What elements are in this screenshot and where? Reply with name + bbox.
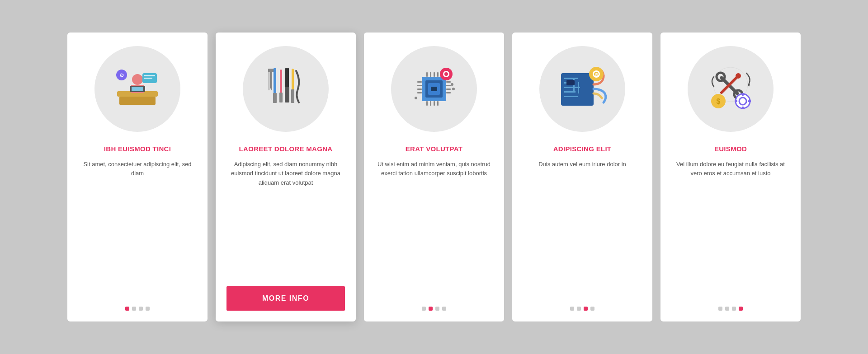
svg-rect-40 (437, 72, 439, 77)
svg-rect-28 (431, 87, 437, 91)
svg-rect-52 (564, 78, 578, 79)
card-3: ERAT VOLUTPAT Ut wisi enim ad minim veni… (364, 33, 504, 321)
svg-rect-22 (269, 72, 269, 90)
svg-rect-21 (268, 69, 274, 72)
svg-rect-33 (446, 81, 451, 83)
svg-rect-18 (285, 87, 289, 102)
dot-active (584, 307, 588, 311)
dot-inactive (725, 307, 729, 311)
card-1: ⚙ IBH EUISMOD TINCI Sit amet, consectetu… (67, 33, 208, 321)
svg-rect-13 (273, 93, 277, 103)
svg-rect-34 (446, 85, 451, 86)
svg-rect-58 (578, 82, 579, 93)
card-3-icon-circle (391, 46, 477, 132)
svg-rect-44 (437, 101, 439, 106)
card-4-desc: Duis autem vel eum iriure dolor in (538, 160, 626, 296)
svg-point-2 (132, 74, 143, 85)
dot-inactive (435, 307, 439, 311)
card-5-desc: Vel illum dolore eu feugiat nulla facili… (671, 160, 790, 296)
svg-point-48 (451, 83, 453, 86)
card-3-title: ERAT VOLUTPAT (406, 144, 462, 154)
svg-rect-11 (132, 87, 143, 91)
cards-container: ⚙ IBH EUISMOD TINCI Sit amet, consectetu… (40, 14, 828, 340)
card-1-desc: Sit amet, consectetuer adipiscing elit, … (78, 160, 197, 296)
svg-rect-36 (446, 92, 451, 93)
svg-rect-56 (564, 96, 578, 97)
card-1-title: IBH EUISMOD TINCI (104, 144, 171, 154)
svg-rect-32 (417, 92, 422, 93)
svg-rect-16 (285, 68, 287, 88)
card-2-desc: Adipiscing elit, sed diam nonummy nibh e… (226, 160, 345, 276)
svg-point-47 (444, 72, 448, 76)
card-4-title: ADIPISCING ELIT (553, 144, 612, 154)
card-5-title: EUISMOD (714, 144, 747, 154)
card-5: $ EUISMOD Vel illum dolore eu feugiat nu… (660, 33, 801, 321)
svg-point-50 (415, 97, 417, 99)
svg-rect-35 (446, 88, 451, 90)
dot-inactive (577, 307, 581, 311)
card-1-icon-circle: ⚙ (94, 46, 180, 132)
chip-icon (405, 60, 463, 118)
card-2-title: LAOREET DOLORE MAGNA (239, 144, 333, 154)
svg-point-69 (736, 73, 741, 79)
svg-rect-19 (292, 69, 294, 91)
card-3-dots (422, 307, 446, 311)
maintenance-cost-icon: $ (701, 60, 760, 118)
svg-rect-24 (271, 72, 272, 90)
svg-rect-74 (742, 93, 744, 96)
circuit-board-icon: ⚙ (553, 60, 612, 118)
svg-rect-77 (748, 100, 751, 102)
svg-rect-55 (564, 91, 576, 93)
card-2-icon-circle (243, 46, 329, 132)
dot-inactive (570, 307, 574, 311)
card-4: ⚙ ADIPISCING ELIT Duis autem vel eum iri… (512, 33, 652, 321)
svg-text:$: $ (717, 98, 721, 105)
support-desk-icon: ⚙ (108, 60, 167, 118)
card-1-dots (125, 307, 150, 311)
dot-inactive (732, 307, 736, 311)
svg-rect-37 (426, 72, 428, 77)
svg-rect-75 (742, 107, 744, 109)
svg-rect-38 (430, 72, 431, 77)
dot-inactive (422, 307, 426, 311)
card-3-desc: Ut wisi enim ad minim veniam, quis nostr… (375, 160, 493, 296)
dot-inactive (718, 307, 722, 311)
dot-inactive (590, 307, 594, 311)
svg-rect-59 (566, 80, 575, 85)
svg-rect-29 (417, 81, 422, 83)
svg-rect-39 (434, 72, 435, 77)
dot-inactive (139, 307, 143, 311)
dot-inactive (132, 307, 136, 311)
dot-inactive (146, 307, 150, 311)
svg-text:⚙: ⚙ (594, 72, 599, 77)
svg-rect-14 (280, 70, 282, 94)
svg-rect-12 (274, 68, 276, 95)
more-info-button[interactable]: MORE INFO (226, 286, 345, 311)
svg-point-49 (452, 88, 455, 90)
svg-rect-76 (735, 100, 737, 102)
svg-rect-17 (287, 68, 289, 88)
svg-rect-54 (564, 87, 580, 88)
svg-rect-23 (270, 72, 271, 88)
dot-active (125, 307, 129, 311)
svg-rect-42 (430, 101, 431, 106)
dot-active (429, 307, 433, 311)
svg-text:⚙: ⚙ (119, 72, 124, 79)
dot-inactive (442, 307, 446, 311)
svg-rect-1 (119, 97, 156, 105)
card-5-icon-circle: $ (688, 46, 774, 132)
tools-icon (256, 60, 315, 118)
svg-rect-15 (279, 93, 283, 102)
dot-active (739, 307, 743, 311)
card-4-dots (570, 307, 594, 311)
svg-rect-20 (291, 89, 294, 103)
card-2: LAOREET DOLORE MAGNA Adipiscing elit, se… (216, 33, 356, 321)
svg-rect-43 (434, 101, 435, 106)
svg-rect-31 (417, 88, 422, 90)
card-5-dots (718, 307, 743, 311)
card-4-icon-circle: ⚙ (539, 46, 625, 132)
svg-rect-41 (426, 101, 428, 106)
svg-point-72 (736, 94, 750, 108)
svg-rect-30 (417, 85, 422, 86)
